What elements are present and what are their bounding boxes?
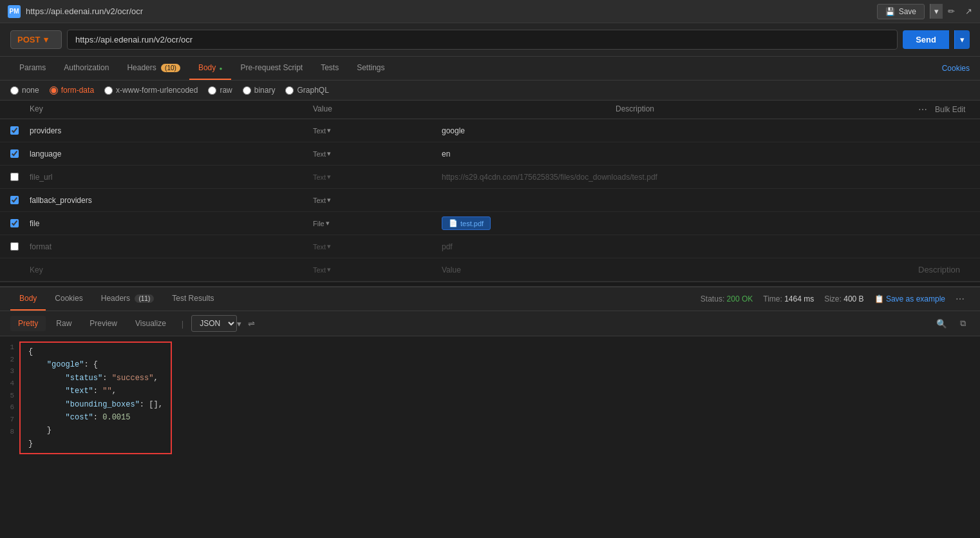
time-label: Time: 1464 ms xyxy=(763,294,814,303)
row2-value: en xyxy=(442,149,918,159)
save-icon: 📋 xyxy=(874,294,884,303)
radio-form-data[interactable]: form-data xyxy=(50,86,94,95)
row1-key: providers xyxy=(30,126,313,135)
bulk-edit-button[interactable]: Bulk Edit xyxy=(935,105,965,114)
title-bar-url: https://api.edenai.run/v2/ocr/ocr xyxy=(26,6,143,16)
cookies-link[interactable]: Cookies xyxy=(942,64,970,73)
format-tab-visualize[interactable]: Visualize xyxy=(127,316,174,331)
table-row: format Text ▾ pdf xyxy=(0,235,980,258)
json-line-5: "bounding_boxes": [], xyxy=(28,398,163,411)
radio-raw[interactable]: raw xyxy=(208,86,232,95)
row1-checkbox-cell[interactable] xyxy=(10,126,30,135)
resp-icon-group: 🔍 ⧉ xyxy=(932,316,970,331)
row3-type-select[interactable]: Text ▾ xyxy=(313,173,442,181)
row3-value: https://s29.q4cdn.com/175625835/files/do… xyxy=(442,173,918,182)
json-response-area: 12345678 { "google": { "status": "succes… xyxy=(0,336,980,459)
resp-tab-test-results[interactable]: Test Results xyxy=(163,287,223,311)
row1-type-select[interactable]: Text ▾ xyxy=(313,126,442,135)
resp-headers-badge: (11) xyxy=(135,294,154,303)
row1-checkbox[interactable] xyxy=(10,126,19,135)
size-value: 400 B xyxy=(843,294,863,303)
json-format-select[interactable]: JSON xyxy=(191,315,237,332)
radio-urlencoded[interactable]: x-www-form-urlencoded xyxy=(104,86,198,95)
row4-type-select[interactable]: Text ▾ xyxy=(313,196,442,204)
copy-icon[interactable]: ⧉ xyxy=(956,316,970,331)
tab-authorization[interactable]: Authorization xyxy=(55,57,118,80)
row3-checkbox-cell[interactable] xyxy=(10,173,30,181)
row5-checkbox-cell[interactable] xyxy=(10,219,30,227)
empty-description-placeholder[interactable]: Description xyxy=(918,265,970,274)
title-bar: PM https://api.edenai.run/v2/ocr/ocr 💾 S… xyxy=(0,0,980,23)
row5-key: file xyxy=(30,219,313,228)
empty-key-placeholder[interactable]: Key xyxy=(30,265,313,274)
search-icon[interactable]: 🔍 xyxy=(932,316,951,331)
table-row: providers Text ▾ google xyxy=(0,119,980,142)
method-select[interactable]: POST ▾ xyxy=(10,30,62,49)
app-logo: PM xyxy=(8,5,21,18)
line-numbers: 12345678 xyxy=(0,341,19,454)
more-options-icon[interactable]: ⋯ xyxy=(918,104,927,115)
empty-value-placeholder[interactable]: Value xyxy=(442,265,918,274)
row4-checkbox-cell[interactable] xyxy=(10,196,30,204)
format-tab-pretty[interactable]: Pretty xyxy=(10,316,46,331)
row3-key: file_url xyxy=(30,173,313,182)
row5-checkbox[interactable] xyxy=(10,219,19,227)
save-icon: 💾 xyxy=(885,7,895,16)
json-response-bordered: { "google": { "status": "success", "text… xyxy=(19,341,172,454)
row6-type-select[interactable]: Text ▾ xyxy=(313,242,442,251)
row3-checkbox[interactable] xyxy=(10,173,19,181)
tab-tests[interactable]: Tests xyxy=(312,57,348,80)
tab-headers[interactable]: Headers (10) xyxy=(118,57,189,80)
response-tabs-bar: Body Cookies Headers (11) Test Results S… xyxy=(0,287,980,311)
radio-graphql[interactable]: GraphQL xyxy=(285,86,328,95)
row6-checkbox-cell[interactable] xyxy=(10,242,30,251)
method-arrow-icon: ▾ xyxy=(44,35,48,44)
response-section: Body Cookies Headers (11) Test Results S… xyxy=(0,287,980,459)
col-value-label: Value xyxy=(313,104,616,115)
resp-tab-headers[interactable]: Headers (11) xyxy=(92,287,164,311)
save-button[interactable]: 💾 Save xyxy=(877,4,925,19)
file-badge[interactable]: 📄 test.pdf xyxy=(442,216,491,230)
headers-badge: (10) xyxy=(161,64,180,72)
share-icon[interactable]: ↗ xyxy=(965,6,972,16)
json-line-7: } xyxy=(28,424,163,437)
row4-checkbox[interactable] xyxy=(10,196,19,204)
response-more-options[interactable]: ⋯ xyxy=(956,294,965,304)
tab-body[interactable]: Body ● xyxy=(189,57,232,80)
resp-tab-cookies[interactable]: Cookies xyxy=(46,287,91,311)
url-bar: POST ▾ Send ▾ xyxy=(0,23,980,57)
format-tab-preview[interactable]: Preview xyxy=(82,316,125,331)
table-row: fallback_providers Text ▾ xyxy=(0,189,980,212)
radio-binary[interactable]: binary xyxy=(243,86,276,95)
row2-checkbox-cell[interactable] xyxy=(10,149,30,158)
response-status-area: Status: 200 OK Time: 1464 ms Size: 400 B… xyxy=(701,294,970,304)
tab-settings[interactable]: Settings xyxy=(348,57,393,80)
title-bar-left: PM https://api.edenai.run/v2/ocr/ocr xyxy=(8,5,143,18)
format-tab-raw[interactable]: Raw xyxy=(48,316,79,331)
save-example-button[interactable]: 📋 Save as example xyxy=(874,294,945,303)
json-line-8: } xyxy=(28,437,163,450)
tab-pre-request[interactable]: Pre-request Script xyxy=(231,57,312,80)
send-dropdown-button[interactable]: ▾ xyxy=(954,30,970,49)
edit-icon[interactable]: ✏ xyxy=(948,6,955,16)
json-line-4: "text": "", xyxy=(28,385,163,398)
row5-type-select[interactable]: File ▾ xyxy=(313,219,442,227)
row2-checkbox[interactable] xyxy=(10,149,19,158)
send-button[interactable]: Send xyxy=(903,30,949,49)
radio-none[interactable]: none xyxy=(10,86,39,95)
wrap-button[interactable]: ⇌ xyxy=(244,316,259,331)
status-value: 200 OK xyxy=(727,294,753,303)
json-line-1: { xyxy=(28,345,163,358)
col-key-label: Key xyxy=(30,104,313,115)
body-options: none form-data x-www-form-urlencoded raw… xyxy=(0,81,980,101)
url-input[interactable] xyxy=(67,30,898,50)
save-dropdown-arrow[interactable]: ▾ xyxy=(930,4,943,19)
resp-tab-body[interactable]: Body xyxy=(10,287,46,311)
tab-params[interactable]: Params xyxy=(10,57,55,80)
empty-type-select[interactable]: Text ▾ xyxy=(313,265,442,274)
response-tabs-left: Body Cookies Headers (11) Test Results xyxy=(10,287,223,311)
row2-type-select[interactable]: Text ▾ xyxy=(313,149,442,158)
format-tabs-bar: Pretty Raw Preview Visualize | JSON ▾ ⇌ … xyxy=(0,311,980,336)
size-label: Size: 400 B xyxy=(824,294,863,303)
row6-checkbox[interactable] xyxy=(10,242,19,251)
